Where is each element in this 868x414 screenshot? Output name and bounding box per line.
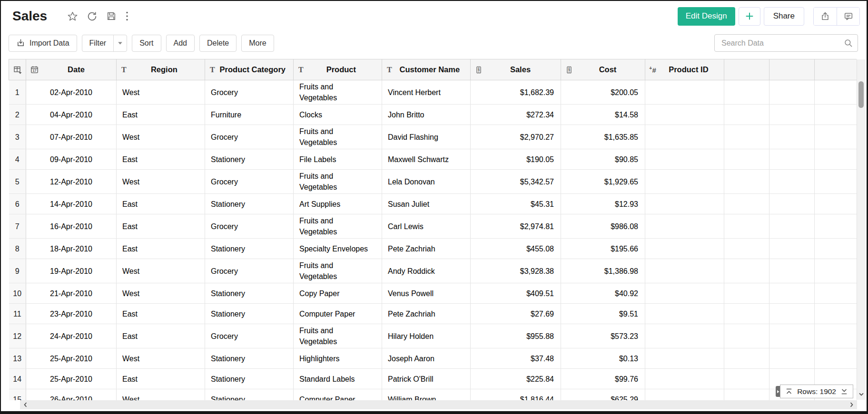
refresh-icon[interactable] <box>86 10 99 23</box>
more-button[interactable]: More <box>241 35 274 52</box>
scroll-to-bottom-button[interactable] <box>840 388 848 395</box>
cell-product-id[interactable] <box>645 149 724 170</box>
cell-date[interactable]: 23-Apr-2010 <box>26 304 117 324</box>
cell-date[interactable]: 02-Apr-2010 <box>26 80 117 105</box>
cell-region[interactable]: West <box>117 259 205 283</box>
cell-date[interactable]: 16-Apr-2010 <box>26 214 117 239</box>
cell-empty[interactable] <box>815 239 857 259</box>
cell-product[interactable]: Copy Paper <box>294 283 382 304</box>
cell-product-id[interactable] <box>645 389 724 401</box>
cell-region[interactable]: East <box>117 369 205 389</box>
cell-empty[interactable] <box>724 324 769 348</box>
cell-sales[interactable]: $272.34 <box>471 105 561 125</box>
cell-sales[interactable]: $5,342.57 <box>471 170 561 194</box>
cell-date[interactable]: 12-Apr-2010 <box>26 170 117 194</box>
cell-cost[interactable]: $9.51 <box>561 304 645 324</box>
cell-region[interactable]: East <box>117 149 205 170</box>
cell-empty[interactable] <box>724 239 769 259</box>
cell-product[interactable]: Clocks <box>294 105 382 125</box>
cell-customer-name[interactable]: Carl Lewis <box>382 214 471 239</box>
cell-empty[interactable] <box>724 304 769 324</box>
add-new-button[interactable] <box>739 7 760 26</box>
cell-empty[interactable] <box>815 80 857 105</box>
cell-product-category[interactable]: Stationery <box>205 348 294 369</box>
column-header-product[interactable]: T Product <box>294 59 382 80</box>
cell-empty[interactable] <box>815 259 857 283</box>
cell-empty[interactable] <box>815 324 857 348</box>
import-data-button[interactable]: Import Data <box>9 35 77 52</box>
cell-customer-name[interactable]: Patrick O'Brill <box>382 369 471 389</box>
scroll-left-button[interactable] <box>22 401 29 408</box>
cell-product-category[interactable]: Grocery <box>205 324 294 348</box>
column-header-product-category[interactable]: T Product Category <box>205 59 294 80</box>
cell-product-id[interactable] <box>645 194 724 214</box>
cell-product[interactable]: Fruits and Vegetables <box>294 80 382 105</box>
cell-customer-name[interactable]: Joseph Aaron <box>382 348 471 369</box>
cell-product-category[interactable]: Grocery <box>205 125 294 149</box>
filter-label[interactable]: Filter <box>82 35 114 51</box>
cell-empty[interactable] <box>769 125 815 149</box>
cell-customer-name[interactable]: Pete Zachriah <box>382 304 471 324</box>
cell-empty[interactable] <box>769 214 815 239</box>
cell-product-id[interactable] <box>645 259 724 283</box>
cell-customer-name[interactable]: Hilary Holden <box>382 324 471 348</box>
scroll-to-top-button[interactable] <box>785 388 793 395</box>
cell-product[interactable]: Computer Paper <box>294 304 382 324</box>
cell-product[interactable]: Fruits and Vegetables <box>294 170 382 194</box>
cell-product[interactable]: Highlighters <box>294 348 382 369</box>
cell-customer-name[interactable]: Maxwell Schwartz <box>382 149 471 170</box>
cell-empty[interactable] <box>769 239 815 259</box>
cell-customer-name[interactable]: John Britto <box>382 105 471 125</box>
edit-design-button[interactable]: Edit Design <box>678 7 735 26</box>
row-number[interactable]: 6 <box>9 194 26 214</box>
cell-empty[interactable] <box>815 214 857 239</box>
cell-empty[interactable] <box>815 283 857 304</box>
column-header-customer-name[interactable]: T Customer Name <box>382 59 471 80</box>
column-header-empty[interactable] <box>815 59 857 80</box>
cell-date[interactable]: 24-Apr-2010 <box>26 324 117 348</box>
cell-product-id[interactable] <box>645 324 724 348</box>
cell-empty[interactable] <box>724 283 769 304</box>
cell-product-id[interactable] <box>645 214 724 239</box>
cell-empty[interactable] <box>815 194 857 214</box>
row-number[interactable]: 3 <box>9 125 26 149</box>
cell-customer-name[interactable]: William Brown <box>382 389 471 401</box>
cell-sales[interactable]: $190.05 <box>471 149 561 170</box>
cell-sales[interactable]: $2,974.81 <box>471 214 561 239</box>
column-header-date[interactable]: 17 Date <box>26 59 117 80</box>
cell-empty[interactable] <box>724 194 769 214</box>
cell-cost[interactable]: $0.13 <box>561 348 645 369</box>
cell-region[interactable]: West <box>117 283 205 304</box>
cell-empty[interactable] <box>815 125 857 149</box>
cell-empty[interactable] <box>724 170 769 194</box>
cell-cost[interactable]: $573.23 <box>561 324 645 348</box>
cell-empty[interactable] <box>769 170 815 194</box>
column-header-empty[interactable] <box>769 59 815 80</box>
cell-sales[interactable]: $955.88 <box>471 324 561 348</box>
cell-product-category[interactable]: Furniture <box>205 105 294 125</box>
row-number[interactable]: 7 <box>9 214 26 239</box>
row-number[interactable]: 5 <box>9 170 26 194</box>
cell-date[interactable]: 04-Apr-2010 <box>26 105 117 125</box>
cell-product-category[interactable]: Stationery <box>205 194 294 214</box>
cell-date[interactable]: 26-Apr-2010 <box>26 389 117 401</box>
cell-product-category[interactable]: Grocery <box>205 80 294 105</box>
cell-cost[interactable]: $195.66 <box>561 239 645 259</box>
cell-cost[interactable]: $14.58 <box>561 105 645 125</box>
vertical-scrollbar-thumb[interactable] <box>858 81 864 108</box>
cell-empty[interactable] <box>724 348 769 369</box>
cell-product-id[interactable] <box>645 239 724 259</box>
cell-product[interactable]: File Labels <box>294 149 382 170</box>
cell-region[interactable]: East <box>117 239 205 259</box>
cell-empty[interactable] <box>769 80 815 105</box>
comments-button[interactable] <box>837 8 859 25</box>
cell-empty[interactable] <box>815 105 857 125</box>
cell-sales[interactable]: $225.84 <box>471 369 561 389</box>
cell-date[interactable]: 09-Apr-2010 <box>26 149 117 170</box>
vertical-scrollbar[interactable] <box>857 59 866 400</box>
cell-date[interactable]: 18-Apr-2010 <box>26 239 117 259</box>
cell-cost[interactable]: $99.76 <box>561 369 645 389</box>
column-header-empty[interactable] <box>724 59 769 80</box>
cell-region[interactable]: East <box>117 304 205 324</box>
cell-cost[interactable]: $1,929.65 <box>561 170 645 194</box>
